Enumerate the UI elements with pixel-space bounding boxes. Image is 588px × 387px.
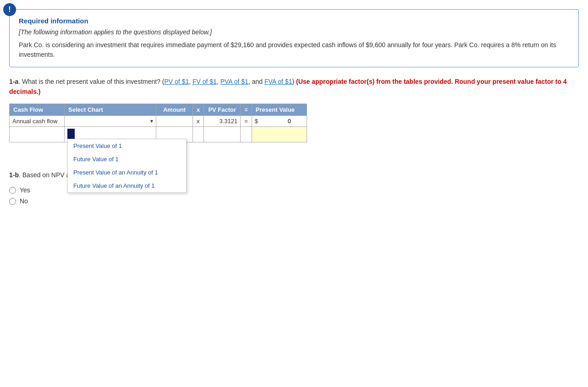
row1-presentvalue-cell[interactable]: $ xyxy=(252,115,307,126)
row1-pv-input[interactable] xyxy=(259,118,291,125)
row1-cashflow: Annual cash flow xyxy=(10,115,65,126)
row1-eq: = xyxy=(241,115,252,126)
row1-amount-cell[interactable] xyxy=(156,115,193,126)
dropdown-item-fv1[interactable]: Future Value of 1 xyxy=(68,153,186,166)
row2-select-chart-cell: Present Value of 1 Future Value of 1 Pre… xyxy=(65,126,156,142)
row1-pvfactor: 3.3121 xyxy=(204,115,241,126)
link-fva1[interactable]: FVA of $1 xyxy=(264,78,292,85)
cash-flow-table: Cash Flow Select Chart Amount x PV Facto… xyxy=(9,104,307,142)
row1-dollar-sign: $ xyxy=(255,118,258,125)
header-eq: = xyxy=(241,104,252,115)
cash-flow-table-wrapper: Cash Flow Select Chart Amount x PV Facto… xyxy=(9,104,579,142)
table-row-1: Annual cash flow ▼ x 3.3121 = $ xyxy=(10,115,307,126)
row1-amount-input[interactable] xyxy=(159,118,190,125)
link-pv1[interactable]: PV of $1 xyxy=(165,78,189,85)
info-box-body: Park Co. is considering an investment th… xyxy=(19,40,569,60)
row1-x: x xyxy=(193,115,204,126)
info-box: ! Required information [The following in… xyxy=(9,9,579,67)
radio-yes-text: Yes xyxy=(20,186,30,194)
exclamation-icon: ! xyxy=(3,3,16,16)
row2-x xyxy=(193,126,204,142)
dropdown-menu: Present Value of 1 Future Value of 1 Pre… xyxy=(67,139,187,193)
row1-select-chart-cell[interactable]: ▼ xyxy=(65,115,156,126)
radio-no-label[interactable]: No xyxy=(9,197,579,205)
header-amount: Amount xyxy=(156,104,193,115)
dropdown-item-fva1[interactable]: Future Value of an Annuity of 1 xyxy=(68,179,186,192)
radio-no[interactable] xyxy=(9,198,16,205)
header-pvfactor: PV Factor xyxy=(204,104,241,115)
row2-pvfactor xyxy=(204,126,241,142)
row1-select-chart-input[interactable] xyxy=(67,118,153,125)
header-cashflow: Cash Flow xyxy=(10,104,65,115)
row2-presentvalue-cell[interactable] xyxy=(252,126,307,142)
row2-pv-input[interactable] xyxy=(255,131,287,138)
dropdown-item-pva1[interactable]: Present Value of an Annuity of 1 xyxy=(68,166,186,179)
radio-no-text: No xyxy=(20,197,28,205)
link-fv1[interactable]: FV of $1 xyxy=(192,78,217,85)
dropdown-container[interactable]: Present Value of 1 Future Value of 1 Pre… xyxy=(67,129,75,139)
dropdown-item-pv1[interactable]: Present Value of 1 xyxy=(68,139,186,153)
dropdown-selected xyxy=(67,129,75,139)
header-presentvalue: Present Value xyxy=(252,104,307,115)
link-pva1[interactable]: PVA of $1 xyxy=(220,78,248,85)
question-1b-label: 1-b xyxy=(9,171,19,179)
radio-yes[interactable] xyxy=(9,187,16,194)
row2-amount-input[interactable] xyxy=(159,131,190,138)
table-row-2: Present Value of 1 Future Value of 1 Pre… xyxy=(10,126,307,142)
header-selectchart: Select Chart xyxy=(65,104,156,115)
row2-cashflow xyxy=(10,126,65,142)
header-x: x xyxy=(193,104,204,115)
info-box-title: Required information xyxy=(19,17,569,25)
question-1a-text: 1-a. What is the net present value of th… xyxy=(9,76,579,97)
question-1a-label: 1-a xyxy=(9,78,18,85)
info-box-italic: [The following information applies to th… xyxy=(19,28,569,36)
row2-eq xyxy=(241,126,252,142)
